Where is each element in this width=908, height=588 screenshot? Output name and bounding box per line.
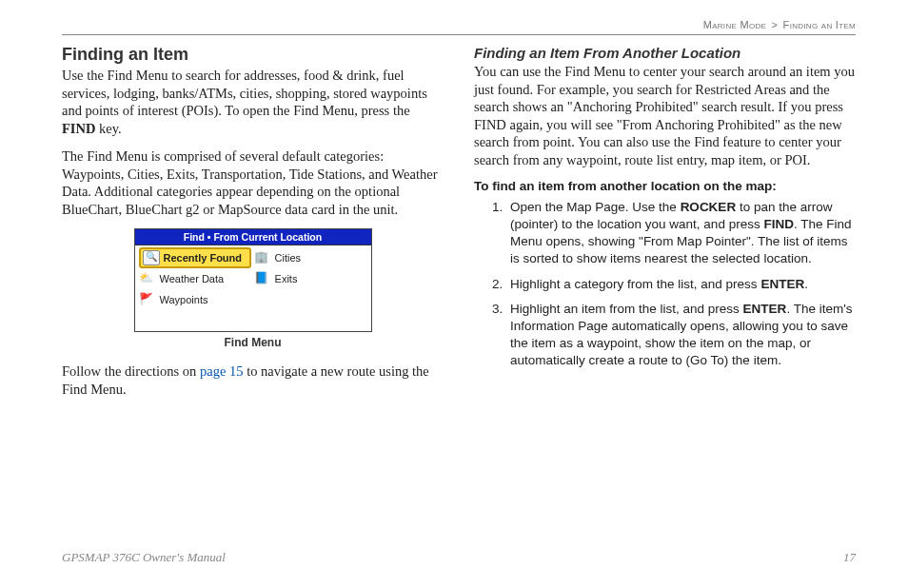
page-footer: GPSMAP 376C Owner's Manual 17 bbox=[62, 550, 856, 565]
menu-item-exits: Exits bbox=[254, 268, 366, 289]
waypoints-icon bbox=[139, 292, 156, 307]
heading-another-location: Finding an Item From Another Location bbox=[474, 45, 856, 61]
cities-icon bbox=[254, 250, 271, 265]
right-column: Finding an Item From Another Location Yo… bbox=[474, 45, 856, 408]
find-key-2: FIND bbox=[763, 217, 794, 231]
page-15-link[interactable]: page 15 bbox=[200, 363, 244, 379]
right-p1: You can use the Find Menu to center your… bbox=[474, 63, 856, 168]
find-menu-screenshot: Find • From Current Location Recently Fo… bbox=[134, 228, 372, 332]
steps-list: Open the Map Page. Use the ROCKER to pan… bbox=[474, 199, 856, 368]
step-1: Open the Map Page. Use the ROCKER to pan… bbox=[506, 199, 856, 266]
left-p3: Follow the directions on page 15 to navi… bbox=[62, 363, 444, 398]
footer-title: GPSMAP 376C Owner's Manual bbox=[62, 550, 226, 565]
breadcrumb-section: Marine Mode bbox=[703, 19, 766, 30]
left-p2: The Find Menu is comprised of several de… bbox=[62, 147, 444, 218]
left-p1: Use the Find Menu to search for addresse… bbox=[62, 67, 444, 137]
left-column: Finding an Item Use the Find Menu to sea… bbox=[62, 45, 444, 408]
rocker-key: ROCKER bbox=[681, 200, 737, 214]
step-3: Highlight an item from the list, and pre… bbox=[506, 301, 856, 368]
menu-item-recently-found: Recently Found bbox=[139, 247, 251, 268]
breadcrumb-page: Finding an Item bbox=[783, 19, 856, 30]
enter-key-1: ENTER bbox=[760, 277, 804, 291]
exits-icon bbox=[254, 271, 271, 286]
breadcrumb-sep: > bbox=[772, 19, 779, 30]
find-menu-caption: Find Menu bbox=[62, 336, 444, 349]
breadcrumb: Marine Mode > Finding an Item bbox=[62, 19, 856, 35]
menu-item-cities: Cities bbox=[254, 247, 366, 268]
find-menu-title: Find • From Current Location bbox=[135, 229, 371, 245]
enter-key-2: ENTER bbox=[743, 302, 787, 316]
steps-title: To find an item from another location on… bbox=[474, 179, 856, 193]
menu-item-waypoints: Waypoints bbox=[139, 289, 251, 310]
weather-icon bbox=[139, 271, 156, 286]
find-key: FIND bbox=[62, 121, 95, 136]
recent-icon bbox=[143, 250, 160, 265]
menu-item-weather: Weather Data bbox=[139, 268, 251, 289]
page-number: 17 bbox=[843, 550, 856, 565]
heading-finding-item: Finding an Item bbox=[62, 45, 444, 65]
step-2: Highlight a category from the list, and … bbox=[506, 276, 856, 293]
